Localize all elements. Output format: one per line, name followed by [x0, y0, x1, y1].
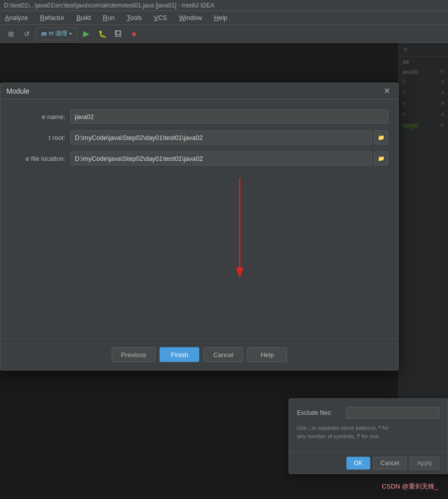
file-location-input-wrapper: 📁 [70, 151, 388, 165]
bottom-bar: CSDN @重剑无锋_ [0, 474, 448, 499]
toolbar-icon-1[interactable]: ⊞ [4, 27, 18, 41]
previous-button[interactable]: Previous [112, 347, 156, 362]
menu-build[interactable]: Build [73, 13, 94, 22]
red-arrow-annotation [215, 178, 265, 287]
exclude-files-hint: Use ; to separate name patterns, * for a… [297, 424, 440, 444]
stop-button[interactable]: ■ [127, 27, 141, 41]
toolbar-icon-2[interactable]: ↺ [20, 27, 34, 41]
run-config-icon: m [41, 30, 47, 37]
file-location-field-row: e file location: 📁 [10, 151, 388, 165]
project-structure-dialog: Exclude files: Use ; to separate name pa… [289, 398, 448, 474]
file-location-browse-btn[interactable]: 📁 [374, 151, 388, 165]
debug-button[interactable]: 🐛 [95, 27, 109, 41]
dialog-footer: Previous Finish Cancel Help [0, 339, 398, 370]
new-module-dialog: Module ✕ e name: t root: 📁 e file locati… [0, 83, 399, 371]
exclude-files-input[interactable] [346, 407, 440, 419]
exclude-files-row: Exclude files: [297, 407, 440, 419]
window-title: D:\test01\...\java01\src\test\java\com\a… [4, 2, 214, 9]
file-location-input[interactable] [70, 151, 372, 165]
run-config-label: m 清理 [49, 29, 67, 38]
cancel-button-2[interactable]: Cancel [373, 457, 407, 470]
main-area: ✕ ed java01 ✕ ✎ ✕ ✎ ✕ ✎ ✕ ✎ ✕ target ✕ [0, 43, 448, 474]
coverage-button[interactable]: ⛾ [111, 27, 125, 41]
help-button[interactable]: Help [247, 347, 287, 362]
dialog-body: e name: t root: 📁 e file location: 📁 [0, 100, 398, 339]
menu-help[interactable]: Help [211, 13, 231, 22]
name-field-row: e name: [10, 110, 388, 124]
project-structure-body: Exclude files: Use ; to separate name pa… [289, 399, 448, 452]
run-config-selector[interactable]: m m 清理 ▾ [36, 27, 77, 40]
cancel-button[interactable]: Cancel [203, 347, 243, 362]
run-button[interactable]: ▶ [79, 27, 93, 41]
root-input[interactable] [70, 130, 372, 144]
menu-bar: Analyze Refactor Build Run Tools VCS Win… [0, 11, 448, 25]
menu-vcs[interactable]: VCS [151, 13, 170, 22]
title-bar: D:\test01\...\java01\src\test\java\com\a… [0, 0, 448, 11]
toolbar: ⊞ ↺ m m 清理 ▾ ▶ 🐛 ⛾ ■ [0, 25, 448, 43]
menu-analyze[interactable]: Analyze [2, 13, 31, 22]
dialog-close-btn[interactable]: ✕ [382, 87, 392, 95]
name-label: e name: [10, 113, 70, 121]
menu-window[interactable]: Window [176, 13, 205, 22]
name-input[interactable] [70, 110, 388, 124]
file-location-label: e file location: [10, 155, 70, 162]
dialog-title: Module [6, 87, 29, 95]
root-browse-btn[interactable]: 📁 [374, 130, 388, 144]
apply-button[interactable]: Apply [410, 457, 440, 470]
menu-run[interactable]: Run [100, 13, 118, 22]
menu-tools[interactable]: Tools [124, 13, 145, 22]
exclude-files-label: Exclude files: [297, 409, 342, 416]
finish-button[interactable]: Finish [159, 347, 199, 362]
root-input-wrapper: 📁 [70, 130, 388, 144]
menu-refactor[interactable]: Refactor [37, 13, 67, 22]
root-field-row: t root: 📁 [10, 130, 388, 144]
ok-button[interactable]: OK [346, 457, 370, 470]
dialog-title-bar: Module ✕ [0, 83, 398, 100]
project-structure-footer: OK Cancel Apply [289, 452, 448, 474]
watermark-text: CSDN @重剑无锋_ [382, 482, 438, 491]
root-label: t root: [10, 134, 70, 141]
run-config-dropdown-icon: ▾ [69, 31, 72, 36]
